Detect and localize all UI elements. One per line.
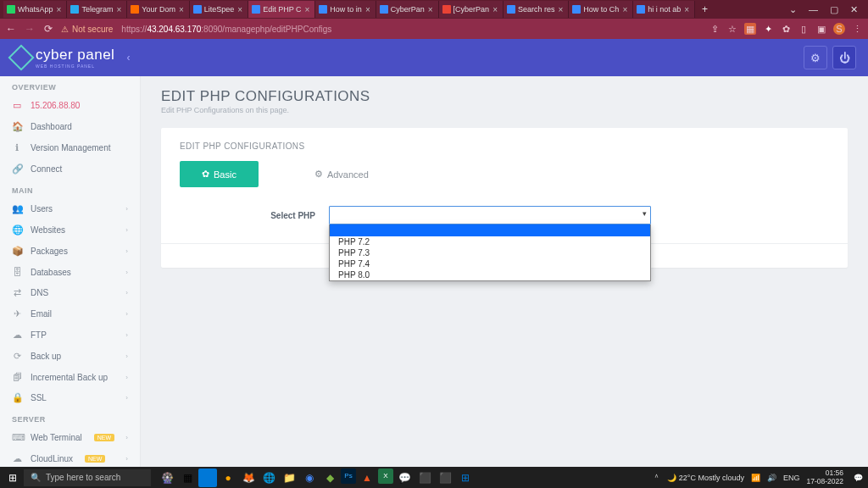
sidebar-item-label: 15.206.88.80 <box>31 101 80 110</box>
browser-tab[interactable]: Your Dom× <box>127 1 190 18</box>
brand-logo[interactable]: cyber panel WEB HOSTING PANEL <box>12 47 114 69</box>
url-display[interactable]: https://43.204.63.170:8090/managephp/edi… <box>121 25 331 34</box>
close-icon[interactable]: × <box>559 5 564 14</box>
window-minimize-icon[interactable]: — <box>809 4 818 15</box>
sidebar: OVERVIEW▭15.206.88.80🏠DashboardℹVersion … <box>0 76 141 467</box>
close-icon[interactable]: × <box>57 5 62 14</box>
reading-list-icon[interactable]: ▯ <box>798 23 810 35</box>
sidebar-item[interactable]: 🔒SSL› <box>0 387 140 408</box>
browser-tab[interactable]: How to Ch× <box>569 1 633 18</box>
sidebar-item[interactable]: ⟳Back up› <box>0 346 140 367</box>
sidebar-item[interactable]: ℹVersion Management <box>0 137 140 158</box>
dropdown-option[interactable]: PHP 7.3 <box>330 247 650 258</box>
tray-chevron-icon[interactable]: ＾ <box>653 472 660 483</box>
select-php-input[interactable] <box>329 206 651 225</box>
tab-basic[interactable]: ✿ Basic <box>180 161 259 187</box>
browser-tab[interactable]: Telegram× <box>67 1 127 18</box>
sidebar-collapse-button[interactable]: ‹ <box>126 52 130 64</box>
extension-box-icon[interactable]: ▣ <box>815 23 827 35</box>
dropdown-option[interactable] <box>330 225 650 236</box>
bookmark-icon[interactable]: ☆ <box>726 23 738 35</box>
dropdown-option[interactable]: PHP 7.4 <box>330 258 650 269</box>
close-icon[interactable]: × <box>179 5 184 14</box>
sidebar-item[interactable]: ⇄DNS› <box>0 282 140 303</box>
power-button[interactable]: ⏻ <box>832 46 856 69</box>
sidebar-item[interactable]: 📦Packages› <box>0 241 140 262</box>
taskbar-app-icon[interactable]: ▲ <box>358 469 376 487</box>
sidebar-item[interactable]: 🔗Connect <box>0 158 140 180</box>
taskbar-app-icon[interactable] <box>198 469 217 487</box>
browser-tab[interactable]: LiteSpee× <box>190 1 248 18</box>
sidebar-item[interactable]: ☁FTP› <box>0 324 140 346</box>
notifications-icon[interactable]: 💬 <box>854 474 863 482</box>
taskbar-app-icon[interactable]: ◉ <box>300 469 319 487</box>
browser-tab[interactable]: CyberPan× <box>376 1 439 18</box>
taskbar-app-icon[interactable]: 🌐 <box>259 469 278 487</box>
close-icon[interactable]: × <box>305 5 310 14</box>
weather-widget[interactable]: 🌙 22°C Mostly cloudy <box>667 474 744 482</box>
taskbar-app-icon[interactable]: ⬛ <box>415 469 434 487</box>
taskbar-app-icon[interactable]: 🦊 <box>239 469 258 487</box>
taskbar-search[interactable]: 🔍 Type here to search <box>24 469 151 486</box>
close-icon[interactable]: × <box>116 5 121 14</box>
wifi-icon[interactable]: 📶 <box>751 474 760 482</box>
kebab-menu-icon[interactable]: ⋮ <box>851 23 863 35</box>
settings-button[interactable]: ⚙ <box>804 46 827 69</box>
sidebar-item-label: Version Management <box>31 143 111 152</box>
sidebar-item[interactable]: ▭15.206.88.80 <box>0 95 140 116</box>
browser-tab[interactable]: hi i not ab× <box>633 1 695 18</box>
dropdown-option[interactable]: PHP 7.2 <box>330 236 650 247</box>
sidebar-item-icon: ✈ <box>12 308 22 319</box>
back-button[interactable]: ← <box>5 23 17 35</box>
share-icon[interactable]: ⇪ <box>709 23 721 35</box>
taskbar-app-icon[interactable]: Ps <box>341 469 356 484</box>
taskbar-app-icon[interactable]: ⊞ <box>456 469 475 487</box>
browser-tab[interactable]: [CyberPan× <box>439 1 504 18</box>
taskbar-app-icon[interactable]: ▦ <box>178 469 197 487</box>
window-maximize-icon[interactable]: ▢ <box>830 4 838 15</box>
close-icon[interactable]: × <box>365 5 370 14</box>
window-dropdown-icon[interactable]: ⌄ <box>789 4 797 15</box>
sidebar-item[interactable]: ⌨Web TerminalNEW› <box>0 427 140 448</box>
extension-badge[interactable]: ▦ <box>744 23 756 35</box>
puzzle-icon[interactable]: ✿ <box>780 23 792 35</box>
sidebar-item[interactable]: 👥Users› <box>0 198 140 219</box>
taskbar-app-icon[interactable]: 📁 <box>280 469 298 487</box>
close-icon[interactable]: × <box>428 5 433 14</box>
extension-icon[interactable]: ✦ <box>762 23 774 35</box>
window-close-icon[interactable]: ✕ <box>850 4 858 15</box>
tab-advanced[interactable]: ⚙ Advanced <box>292 161 391 187</box>
clock[interactable]: 01:56 17-08-2022 <box>807 469 847 485</box>
sidebar-item-label: DNS <box>31 288 48 297</box>
browser-tab[interactable]: Edit PHP C× <box>248 1 315 18</box>
forward-button[interactable]: → <box>24 23 36 35</box>
taskbar-app-icon[interactable]: X <box>378 469 393 484</box>
reload-button[interactable]: ⟳ <box>42 23 54 35</box>
volume-icon[interactable]: 🔊 <box>767 474 776 482</box>
language-indicator[interactable]: ENG <box>783 474 800 482</box>
taskbar-app-icon[interactable]: 💬 <box>395 469 414 487</box>
sidebar-item[interactable]: ☁CloudLinuxNEW› <box>0 448 140 467</box>
sidebar-item[interactable]: 🌐Websites› <box>0 219 140 241</box>
taskbar-app-icon[interactable]: ◆ <box>320 469 339 487</box>
taskbar-app-icon[interactable]: 🎡 <box>158 469 176 487</box>
sidebar-item[interactable]: 🗄Databases› <box>0 262 140 282</box>
security-warning[interactable]: ⚠ Not secure <box>61 25 113 34</box>
tab-label: CyberPan <box>391 5 425 14</box>
start-button[interactable]: ⊞ <box>5 470 20 485</box>
taskbar-app-icon[interactable]: ● <box>219 469 237 487</box>
close-icon[interactable]: × <box>684 5 689 14</box>
dropdown-option[interactable]: PHP 8.0 <box>330 269 650 280</box>
browser-tab[interactable]: Search res× <box>504 1 569 18</box>
new-tab-button[interactable]: + <box>695 3 715 15</box>
browser-tab[interactable]: How to in× <box>315 1 376 18</box>
close-icon[interactable]: × <box>622 5 627 14</box>
sidebar-item[interactable]: 🗐Incremental Back up› <box>0 367 140 387</box>
close-icon[interactable]: × <box>492 5 498 14</box>
close-icon[interactable]: × <box>237 5 242 14</box>
sidebar-item[interactable]: 🏠Dashboard <box>0 116 140 137</box>
browser-tab[interactable]: WhatsApp× <box>3 1 67 18</box>
sidebar-item[interactable]: ✈Email› <box>0 303 140 324</box>
taskbar-app-icon[interactable]: ⬛ <box>436 469 454 487</box>
profile-avatar[interactable]: S <box>833 23 845 35</box>
